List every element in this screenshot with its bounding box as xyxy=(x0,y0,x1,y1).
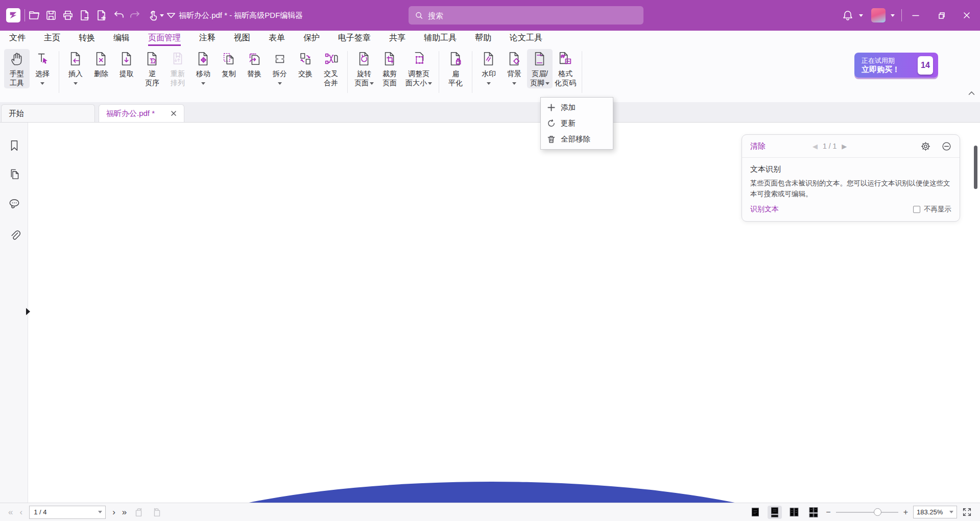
add-page-button[interactable] xyxy=(94,8,109,23)
attachments-panel-button[interactable] xyxy=(8,228,21,241)
zoom-out-button[interactable]: − xyxy=(826,508,830,517)
pager-next-icon[interactable]: ▶ xyxy=(842,143,847,150)
settings-button[interactable] xyxy=(921,141,930,151)
vertical-scrollbar-thumb[interactable] xyxy=(974,146,977,189)
sidebar-expand-handle[interactable] xyxy=(26,308,30,315)
delete-page-button[interactable] xyxy=(77,8,92,23)
menu-view[interactable]: 视图 xyxy=(234,31,250,46)
zoom-slider-track[interactable] xyxy=(836,512,898,513)
minimize-button[interactable] xyxy=(908,9,923,22)
ribbon-button-insert[interactable]: 插入 xyxy=(63,49,88,88)
next-page-button[interactable]: › xyxy=(112,508,115,516)
save-button[interactable] xyxy=(43,8,59,23)
menu-protect[interactable]: 保护 xyxy=(303,31,320,46)
previous-view-button[interactable] xyxy=(133,507,145,518)
ribbon-button-flatten[interactable]: 扁 平化 xyxy=(443,49,468,88)
ribbon-button-replace[interactable]: 替换 xyxy=(242,49,267,79)
tab-document[interactable]: 福昕办公.pdf * xyxy=(99,104,184,122)
menu-thesis-tools[interactable]: 论文工具 xyxy=(510,31,542,46)
close-button[interactable] xyxy=(959,9,974,22)
redo-button[interactable] xyxy=(128,8,143,23)
ribbon-button-reverse-order[interactable]: 12 逆 页序 xyxy=(139,49,165,88)
menu-edit[interactable]: 编辑 xyxy=(113,31,130,46)
page-number-caret-icon[interactable] xyxy=(98,511,102,513)
zoom-in-button[interactable]: + xyxy=(903,508,908,517)
menu-item-update[interactable]: 更新 xyxy=(541,115,613,131)
menu-share[interactable]: 共享 xyxy=(389,31,405,46)
menu-item-remove-all[interactable]: 全部移除 xyxy=(541,131,613,147)
maximize-button[interactable] xyxy=(934,9,949,22)
menu-esign[interactable]: 电子签章 xyxy=(338,31,371,46)
dismiss-option[interactable]: 不再显示 xyxy=(913,205,951,214)
continuous-view-button[interactable] xyxy=(768,506,782,519)
zoom-level-input[interactable] xyxy=(917,508,947,516)
single-page-view-button[interactable] xyxy=(748,506,762,519)
dismiss-checkbox[interactable] xyxy=(913,206,920,213)
search-input[interactable] xyxy=(428,11,637,20)
pages-panel-button[interactable] xyxy=(8,168,21,181)
ribbon-button-duplicate[interactable]: 复制 xyxy=(216,49,242,79)
zoom-level-box[interactable] xyxy=(913,506,957,518)
menu-help[interactable]: 帮助 xyxy=(475,31,491,46)
pager-prev-icon[interactable]: ◀ xyxy=(812,143,818,150)
next-view-button[interactable] xyxy=(151,507,162,518)
ribbon-button-delete[interactable]: 删除 xyxy=(88,49,114,79)
ribbon-button-hand-tool[interactable]: 手型 工具 xyxy=(4,49,30,88)
menu-home[interactable]: 主页 xyxy=(44,31,60,46)
zoom-slider[interactable] xyxy=(836,506,898,519)
ribbon-button-split[interactable]: 拆分 xyxy=(267,49,293,88)
first-page-button[interactable]: « xyxy=(8,508,13,516)
ribbon-button-interleave[interactable]: 交叉 合并 xyxy=(318,49,344,88)
recognize-text-link[interactable]: 识别文本 xyxy=(750,205,779,214)
ribbon-label: 手型 xyxy=(10,69,24,78)
fullscreen-button[interactable] xyxy=(962,507,972,517)
facing-view-button[interactable] xyxy=(787,506,801,519)
comments-panel-button[interactable] xyxy=(8,197,21,210)
ribbon-button-swap[interactable]: 交换 xyxy=(293,49,318,79)
tab-close-button[interactable] xyxy=(171,110,177,116)
menu-comment[interactable]: 注释 xyxy=(199,31,216,46)
menu-file[interactable]: 文件 xyxy=(9,31,26,46)
tab-start[interactable]: 开始 xyxy=(1,104,95,122)
menu-page-management[interactable]: 页面管理 xyxy=(148,31,181,46)
zoom-level-caret-icon[interactable] xyxy=(949,511,953,513)
menu-form[interactable]: 表单 xyxy=(269,31,285,46)
zoom-slider-thumb[interactable] xyxy=(874,508,881,516)
ribbon-button-move[interactable]: 移动 xyxy=(190,49,216,88)
pdf-page-graphic xyxy=(134,482,849,503)
collapse-ribbon-button[interactable] xyxy=(967,90,975,96)
clear-button[interactable]: 清除 xyxy=(750,141,766,151)
trial-purchase-badge[interactable]: 正在试用期 立即购买！ 14 xyxy=(854,53,938,78)
print-button[interactable] xyxy=(60,8,76,23)
open-file-button[interactable] xyxy=(27,8,42,23)
facing-continuous-view-button[interactable] xyxy=(806,506,821,519)
trial-days-badge: 14 xyxy=(918,56,933,75)
ribbon-button-select[interactable]: 选择 xyxy=(30,49,55,88)
ribbon-button-crop-pages[interactable]: 裁剪 页面 xyxy=(377,49,402,88)
undo-button[interactable] xyxy=(111,8,126,23)
ribbon-button-background[interactable]: 背景 xyxy=(501,49,527,88)
menu-accessibility[interactable]: 辅助工具 xyxy=(424,31,457,46)
touch-mode-button[interactable] xyxy=(145,8,160,23)
page-number-input[interactable] xyxy=(34,508,98,516)
avatar[interactable] xyxy=(871,8,886,22)
account-caret-icon[interactable] xyxy=(891,14,895,17)
menu-item-add[interactable]: 添加 xyxy=(541,100,613,115)
ribbon-button-header-footer[interactable]: 页眉/ 页脚 xyxy=(527,49,553,88)
safe-mode-button[interactable] xyxy=(163,8,179,23)
bookmarks-panel-button[interactable] xyxy=(8,139,21,152)
ribbon-button-resize-pages[interactable]: 调整页 面大小 xyxy=(402,49,435,88)
notifications-button[interactable] xyxy=(840,8,855,23)
last-page-button[interactable]: » xyxy=(122,508,127,516)
notifications-caret-icon[interactable] xyxy=(859,14,863,17)
menu-convert[interactable]: 转换 xyxy=(79,31,95,46)
page-number-box[interactable] xyxy=(29,506,106,519)
collapse-card-button[interactable] xyxy=(942,141,951,151)
search-bar[interactable] xyxy=(409,6,643,25)
previous-page-button[interactable]: ‹ xyxy=(19,508,22,516)
app-logo-icon[interactable] xyxy=(6,8,20,22)
ribbon-button-format-page-numbers[interactable]: 格式 化页码 xyxy=(553,49,578,88)
ribbon-button-rotate-pages[interactable]: 旋转 页面 xyxy=(351,49,377,88)
ribbon-button-watermark[interactable]: 水印 xyxy=(476,49,501,88)
ribbon-button-extract[interactable]: 提取 xyxy=(114,49,139,79)
